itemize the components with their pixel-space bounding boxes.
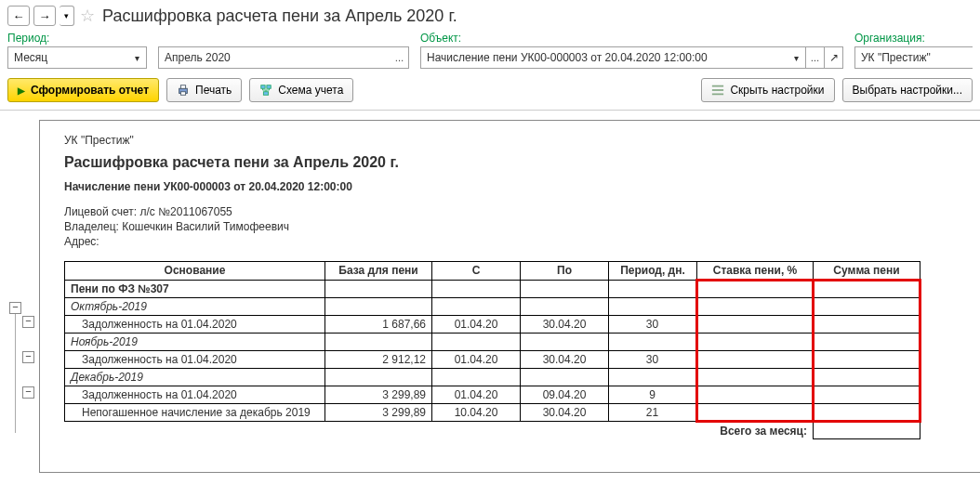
cell: 1 687,66 <box>325 315 432 333</box>
report-org: УК "Престиж" <box>64 134 980 147</box>
owner-line: Владелец: Кошечкин Василий Тимофеевич <box>64 219 980 234</box>
schema-icon <box>259 84 272 97</box>
object-label: Объект: <box>420 32 843 45</box>
choose-settings-label: Выбрать настройки... <box>853 84 962 97</box>
col-basis: Основание <box>65 261 325 280</box>
month-row: Ноябрь-2019 <box>65 333 920 350</box>
cell: 10.04.20 <box>432 403 521 421</box>
svg-rect-3 <box>261 85 265 89</box>
collapse-toggle[interactable]: − <box>22 316 34 328</box>
cell: Задолженность на 01.04.2020 <box>65 386 325 403</box>
col-from: С <box>432 261 521 280</box>
org-field[interactable]: УК "Престиж" <box>854 46 973 69</box>
cell: 3 299,89 <box>325 386 432 403</box>
col-period: Период, дн. <box>609 261 697 280</box>
svg-rect-6 <box>712 85 723 87</box>
nav-back-button[interactable]: ← <box>7 6 30 26</box>
svg-rect-7 <box>712 89 723 91</box>
period-mode-select[interactable]: Месяц ▾ <box>7 46 147 69</box>
svg-rect-4 <box>267 85 271 89</box>
month-row: Декабрь-2019 <box>65 368 920 386</box>
cell: 09.04.20 <box>521 386 609 403</box>
report-title: Расшифровка расчета пени за Апрель 2020 … <box>64 154 980 171</box>
list-icon <box>711 84 724 97</box>
table-row: Непогашенное начисление за декабрь 2019 … <box>65 403 920 421</box>
cell: 30 <box>609 350 697 368</box>
page-title: Расшифровка расчета пени за Апрель 2020 … <box>102 7 457 26</box>
object-dropdown-icon[interactable]: ▾ <box>788 46 806 69</box>
col-base: База для пени <box>325 261 432 280</box>
account-line: Лицевой счет: л/с №2011067055 <box>64 204 980 219</box>
table-row: Задолженность на 01.04.2020 2 912,12 01.… <box>65 350 920 368</box>
nav-forward-button[interactable]: → <box>33 6 56 26</box>
favorite-star-icon[interactable]: ☆ <box>80 6 95 26</box>
object-value: Начисление пени УК00-000003 от 20.04.202… <box>420 46 788 69</box>
cell: 9 <box>609 386 697 403</box>
print-label: Печать <box>195 84 232 97</box>
print-button[interactable]: Печать <box>166 78 242 102</box>
object-select-icon[interactable]: … <box>806 46 825 69</box>
period-value-field[interactable]: Апрель 2020 … <box>158 46 409 69</box>
form-report-label: Сформировать отчет <box>31 84 149 97</box>
org-value: УК "Престиж" <box>854 46 973 69</box>
col-to: По <box>521 261 609 280</box>
col-rate: Ставка пени, % <box>697 261 814 280</box>
object-field[interactable]: Начисление пени УК00-000003 от 20.04.202… <box>420 46 843 69</box>
svg-rect-5 <box>264 92 269 96</box>
table-row: Задолженность на 01.04.2020 1 687,66 01.… <box>65 315 920 333</box>
cell: 3 299,89 <box>325 403 432 421</box>
period-mode-value: Месяц <box>7 46 128 69</box>
svg-rect-1 <box>180 85 185 89</box>
cell: 01.04.20 <box>432 315 521 333</box>
cell: Непогашенное начисление за декабрь 2019 <box>65 403 325 421</box>
cell: 01.04.20 <box>432 386 521 403</box>
month-row: Октябрь-2019 <box>65 297 920 315</box>
printer-icon <box>177 84 190 97</box>
outline-gutter: − − − − <box>7 120 39 473</box>
section-row: Пени по ФЗ №307 <box>65 280 920 297</box>
cell <box>814 386 920 403</box>
report-charge: Начисление пени УК00-000003 от 20.04.202… <box>64 180 980 193</box>
svg-rect-2 <box>180 92 185 96</box>
cell: Задолженность на 01.04.2020 <box>65 350 325 368</box>
period-value-select-icon[interactable]: … <box>391 46 409 69</box>
nav-history-dropdown[interactable]: ▾ <box>60 6 74 26</box>
object-open-icon[interactable]: ↗ <box>825 46 843 69</box>
period-mode-dropdown-icon[interactable]: ▾ <box>128 46 147 69</box>
hide-settings-button[interactable]: Скрыть настройки <box>701 78 834 102</box>
cell: 01.04.20 <box>432 350 521 368</box>
cell: 2 912,12 <box>325 350 432 368</box>
period-label: Период: <box>7 32 147 45</box>
schema-label: Схема учета <box>278 84 343 97</box>
org-label: Организация: <box>854 32 973 45</box>
cell <box>814 403 920 421</box>
cell <box>697 350 814 368</box>
cell <box>697 315 814 333</box>
play-icon: ▶ <box>18 85 25 96</box>
cell <box>697 386 814 403</box>
svg-rect-8 <box>712 94 723 96</box>
total-row: Всего за месяц: <box>65 421 920 439</box>
penalty-table: Основание База для пени С По Период, дн.… <box>64 261 921 440</box>
cell: 30.04.20 <box>521 403 609 421</box>
cell: 30 <box>609 315 697 333</box>
report-page: УК "Престиж" Расшифровка расчета пени за… <box>39 120 980 473</box>
cell: 30.04.20 <box>521 315 609 333</box>
period-value: Апрель 2020 <box>158 46 391 69</box>
hide-settings-label: Скрыть настройки <box>730 84 824 97</box>
collapse-toggle[interactable]: − <box>9 302 21 314</box>
address-line: Адрес: <box>64 234 980 249</box>
table-row: Задолженность на 01.04.2020 3 299,89 01.… <box>65 386 920 403</box>
cell: 21 <box>609 403 697 421</box>
schema-button[interactable]: Схема учета <box>249 78 353 102</box>
col-sum: Сумма пени <box>814 261 920 280</box>
choose-settings-button[interactable]: Выбрать настройки... <box>842 78 973 102</box>
cell <box>814 315 920 333</box>
table-header-row: Основание База для пени С По Период, дн.… <box>65 261 920 280</box>
cell: Задолженность на 01.04.2020 <box>65 315 325 333</box>
collapse-toggle[interactable]: − <box>22 386 34 399</box>
cell: 30.04.20 <box>521 350 609 368</box>
collapse-toggle[interactable]: − <box>22 351 34 363</box>
form-report-button[interactable]: ▶ Сформировать отчет <box>7 78 159 102</box>
cell <box>814 350 920 368</box>
